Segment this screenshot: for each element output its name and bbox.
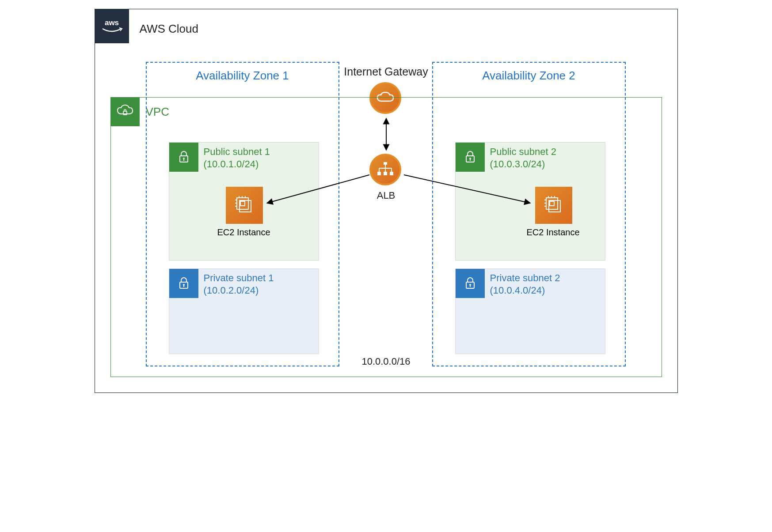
svg-rect-4 (183, 159, 184, 161)
aws-logo-icon: aws (100, 17, 124, 35)
aws-cloud-title: AWS Cloud (140, 22, 198, 36)
svg-rect-22 (550, 201, 554, 206)
public-subnet-1-name: Public subnet 1 (204, 146, 270, 158)
private-subnet-2-name: Private subnet 2 (490, 272, 560, 284)
public-subnet-2-lock-icon (456, 143, 485, 172)
vpc-badge-icon (110, 97, 140, 126)
svg-rect-31 (470, 285, 471, 287)
public-subnet-2-name: Public subnet 2 (490, 146, 556, 158)
private-subnet-1-name: Private subnet 1 (204, 272, 274, 284)
svg-rect-32 (384, 162, 387, 165)
public-subnet-2-cidr: (10.0.3.0/24) (490, 158, 545, 170)
public-subnet-2: Public subnet 2 (10.0.3.0/24) EC2 Instan… (455, 142, 605, 260)
svg-rect-39 (384, 172, 387, 175)
private-subnet-2-cidr: (10.0.4.0/24) (490, 285, 545, 296)
svg-rect-7 (240, 201, 245, 206)
private-subnet-1-lock-icon (169, 269, 198, 298)
private-subnet-2-lock-icon (456, 269, 485, 298)
az2-title: Availability Zone 2 (433, 69, 625, 83)
svg-rect-38 (377, 172, 381, 175)
public-subnet-1-cidr: (10.0.1.0/24) (204, 158, 259, 170)
aws-logo-badge: aws (95, 9, 129, 43)
public-subnet-1: Public subnet 1 (10.0.1.0/24) EC2 Instan… (169, 142, 319, 260)
private-subnet-1: Private subnet 1 (10.0.2.0/24) (169, 268, 319, 354)
private-subnet-1-cidr: (10.0.2.0/24) (204, 285, 259, 296)
svg-rect-19 (470, 159, 471, 161)
svg-text:aws: aws (104, 19, 118, 27)
alb-icon (369, 154, 401, 185)
private-subnet-2: Private subnet 2 (10.0.4.0/24) (455, 268, 605, 354)
az1-title: Availability Zone 1 (147, 69, 338, 83)
ec2-instance-2-label: EC2 Instance (479, 227, 628, 238)
ec2-instance-1-label: EC2 Instance (169, 227, 319, 238)
diagram-canvas: aws AWS Cloud Internet Gateway VPC 10.0.… (95, 9, 678, 393)
alb-label: ALB (95, 190, 678, 201)
availability-zone-2: Availability Zone 2 Public subnet 2 (10.… (432, 62, 626, 366)
public-subnet-1-lock-icon (169, 143, 198, 172)
svg-rect-40 (390, 172, 393, 175)
svg-rect-16 (183, 285, 184, 287)
availability-zone-1: Availability Zone 1 Public subnet 1 (10.… (146, 62, 339, 366)
